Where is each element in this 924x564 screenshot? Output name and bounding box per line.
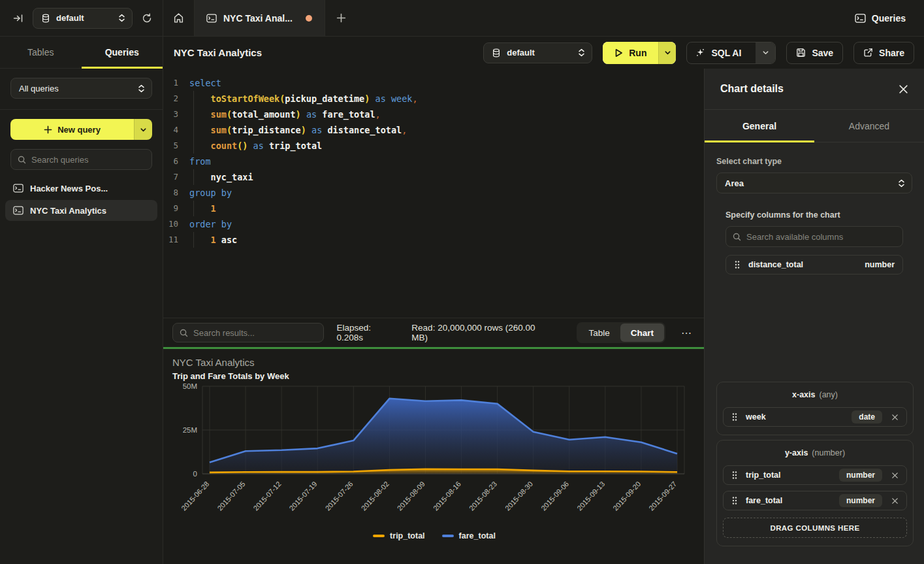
columns-search-input[interactable] bbox=[746, 232, 896, 242]
svg-text:2015-07-19: 2015-07-19 bbox=[288, 480, 319, 512]
results-toolbar: Elapsed: 0.208s Read: 20,000,000 rows (2… bbox=[163, 318, 704, 347]
close-icon[interactable] bbox=[899, 84, 908, 94]
chevrons-updown-icon bbox=[898, 179, 905, 188]
more-options-icon[interactable]: ⋯ bbox=[678, 325, 695, 340]
save-button[interactable]: Save bbox=[786, 42, 843, 64]
save-icon bbox=[796, 48, 806, 58]
new-query-button[interactable]: New query bbox=[10, 119, 152, 140]
run-database-value: default bbox=[507, 48, 572, 58]
query-filter-section: All queries bbox=[0, 69, 163, 110]
chevrons-updown-icon bbox=[118, 14, 125, 22]
top-bar-left: default bbox=[0, 0, 163, 36]
query-list-item[interactable]: NYC Taxi Analytics bbox=[5, 200, 157, 221]
legend-item-fare_total[interactable]: fare_total bbox=[442, 531, 496, 540]
panel-title: Chart details bbox=[720, 83, 784, 95]
svg-text:2015-08-09: 2015-08-09 bbox=[396, 480, 426, 512]
save-label: Save bbox=[812, 48, 833, 58]
tab-strip: NYC Taxi Anal... bbox=[163, 0, 357, 36]
y-axis-title: y-axis(number) bbox=[723, 448, 907, 457]
share-button[interactable]: Share bbox=[853, 42, 914, 64]
drag-handle-icon[interactable] bbox=[731, 471, 738, 480]
y-axis-hint: (number) bbox=[812, 448, 845, 457]
elapsed-time: Elapsed: 0.208s bbox=[337, 323, 399, 342]
x-axis-field-week[interactable]: weekdate bbox=[723, 407, 907, 427]
code-line[interactable]: 10order by bbox=[163, 216, 704, 232]
code-line[interactable]: 8group by bbox=[163, 185, 704, 201]
query-console-icon bbox=[855, 14, 866, 23]
code-line[interactable]: 9 1 bbox=[163, 201, 704, 216]
queries-nav-button[interactable]: Queries bbox=[855, 13, 906, 24]
line-number: 1 bbox=[163, 75, 189, 91]
panel-tab-advanced[interactable]: Advanced bbox=[814, 110, 924, 142]
legend-item-trip_total[interactable]: trip_total bbox=[373, 531, 424, 540]
y-axis-field-fare_total[interactable]: fare_totalnumber bbox=[723, 491, 907, 510]
top-bar: default NYC Taxi Anal... Queries bbox=[0, 0, 924, 37]
line-number: 2 bbox=[163, 91, 189, 107]
remove-field-icon[interactable] bbox=[890, 412, 900, 422]
code-line[interactable]: 4 sum(trip_distance) as distance_total, bbox=[163, 122, 704, 138]
remove-field-icon[interactable] bbox=[890, 471, 900, 480]
code-line[interactable]: 5 count() as trip_total bbox=[163, 138, 704, 154]
database-selector[interactable]: default bbox=[33, 8, 133, 29]
drag-handle-icon[interactable] bbox=[731, 412, 738, 422]
code-line[interactable]: 3 sum(total_amount) as fare_total, bbox=[163, 107, 704, 122]
code-line[interactable]: 2 toStartOfWeek(pickup_datetime) as week… bbox=[163, 91, 704, 107]
available-column-distance_total[interactable]: distance_totalnumber bbox=[725, 255, 903, 274]
sidebar-tab-tables[interactable]: Tables bbox=[0, 37, 82, 68]
column-type: number bbox=[865, 260, 895, 269]
code-line[interactable]: 6from bbox=[163, 154, 704, 169]
home-icon[interactable] bbox=[163, 0, 195, 36]
drag-handle-icon[interactable] bbox=[734, 260, 741, 269]
chart-type-select[interactable]: Area bbox=[716, 173, 912, 193]
sidebar-tab-queries[interactable]: Queries bbox=[82, 37, 163, 68]
query-search-input[interactable] bbox=[31, 155, 145, 165]
line-number: 9 bbox=[163, 201, 189, 216]
sql-editor[interactable]: 1select2 toStartOfWeek(pickup_datetime) … bbox=[163, 69, 704, 318]
code-text: nyc_taxi bbox=[189, 169, 253, 185]
line-number: 7 bbox=[163, 169, 189, 185]
code-text: sum(total_amount) as fare_total, bbox=[189, 107, 381, 122]
main-area: NYC Taxi Analytics default Run SQL bbox=[163, 37, 924, 564]
query-filter-select[interactable]: All queries bbox=[10, 78, 152, 99]
query-search-section bbox=[0, 140, 163, 175]
chart-subtitle: Trip and Fare Totals by Week bbox=[172, 371, 696, 381]
top-bar-right: Queries bbox=[855, 0, 924, 36]
new-query-dropdown[interactable] bbox=[134, 119, 152, 140]
drag-columns-drop-target[interactable]: DRAG COLUMNS HERE bbox=[723, 518, 907, 538]
panel-tab-general[interactable]: General bbox=[705, 110, 814, 142]
code-line[interactable]: 7 nyc_taxi bbox=[163, 169, 704, 185]
query-console-icon bbox=[13, 206, 24, 215]
new-query-label: New query bbox=[57, 125, 101, 135]
query-console-icon bbox=[206, 14, 217, 23]
field-type-badge: number bbox=[839, 469, 882, 482]
run-button[interactable]: Run bbox=[603, 42, 676, 64]
code-text: select bbox=[189, 75, 221, 91]
query-list-item[interactable]: Hacker News Pos... bbox=[5, 178, 157, 199]
results-search-input[interactable] bbox=[193, 328, 317, 338]
svg-text:2015-08-16: 2015-08-16 bbox=[432, 480, 462, 512]
svg-text:25M: 25M bbox=[183, 426, 197, 434]
editor-pane: 1select2 toStartOfWeek(pickup_datetime) … bbox=[163, 69, 704, 564]
svg-text:2015-07-26: 2015-07-26 bbox=[324, 480, 355, 512]
remove-field-icon[interactable] bbox=[890, 496, 900, 506]
code-line[interactable]: 1select bbox=[163, 75, 704, 91]
rows-read: Read: 20,000,000 rows (260.00 MB) bbox=[411, 323, 550, 342]
columns-search-box bbox=[725, 226, 903, 247]
run-database-selector[interactable]: default bbox=[483, 42, 592, 63]
new-tab-plus-icon[interactable] bbox=[325, 0, 357, 36]
sql-ai-button[interactable]: SQL AI bbox=[686, 42, 776, 64]
chart-type-label: Select chart type bbox=[716, 157, 912, 166]
database-selector-value: default bbox=[56, 13, 112, 23]
collapse-sidebar-icon[interactable] bbox=[13, 13, 24, 24]
sql-ai-dropdown[interactable] bbox=[756, 42, 775, 63]
y-axis-field-trip_total[interactable]: trip_totalnumber bbox=[723, 465, 907, 485]
view-toggle-chart[interactable]: Chart bbox=[620, 323, 664, 342]
code-line[interactable]: 11 1 asc bbox=[163, 232, 704, 248]
run-options-dropdown[interactable] bbox=[658, 42, 676, 64]
search-icon bbox=[733, 233, 741, 241]
refresh-icon[interactable] bbox=[142, 13, 152, 24]
tab-nyc-taxi-analytics[interactable]: NYC Taxi Anal... bbox=[195, 0, 325, 36]
view-toggle-table[interactable]: Table bbox=[578, 323, 620, 342]
drag-handle-icon[interactable] bbox=[731, 496, 738, 505]
code-text: 1 asc bbox=[189, 232, 237, 248]
